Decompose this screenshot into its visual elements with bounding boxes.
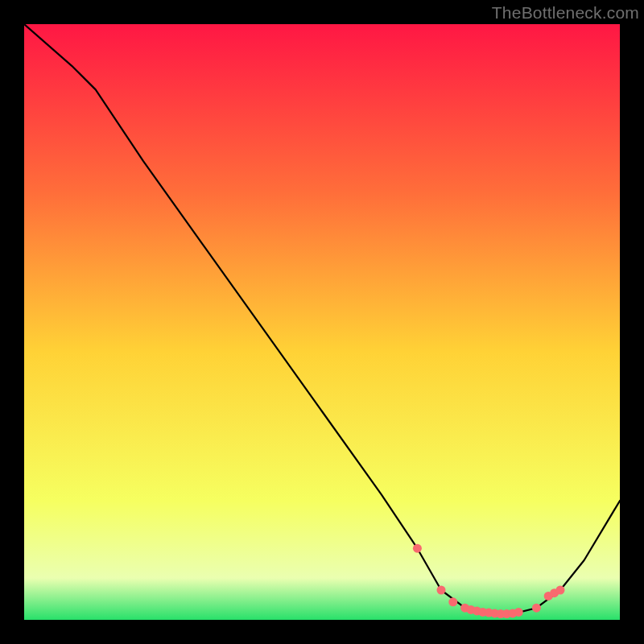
marker-point xyxy=(532,604,541,613)
marker-point xyxy=(437,586,446,595)
chart-svg xyxy=(24,24,620,620)
marker-point xyxy=(514,608,523,617)
marker-point xyxy=(556,586,565,595)
chart-stage: TheBottleneck.com xyxy=(0,0,644,644)
marker-point xyxy=(413,544,422,553)
marker-point xyxy=(448,597,457,606)
gradient-background xyxy=(24,24,620,620)
watermark-text: TheBottleneck.com xyxy=(492,3,639,23)
